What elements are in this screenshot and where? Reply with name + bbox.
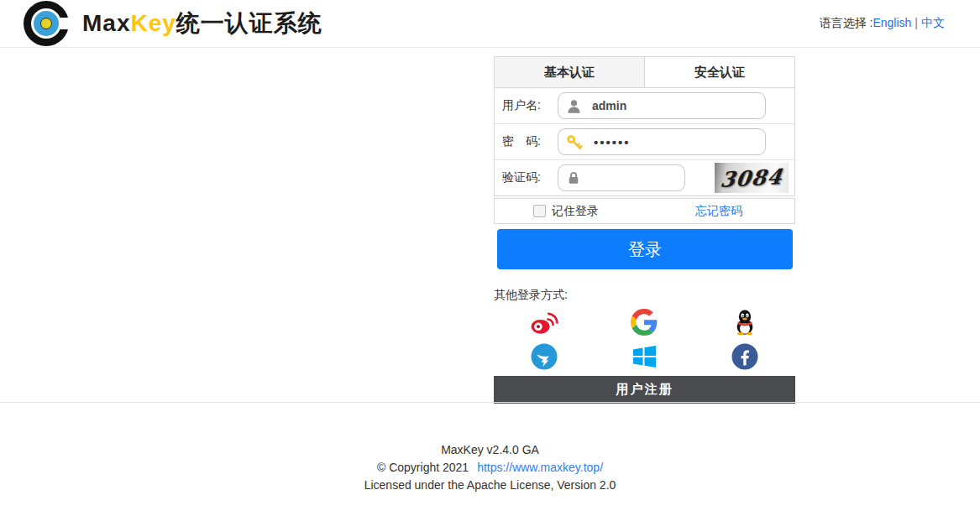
facebook-icon	[731, 343, 758, 370]
page-title: MaxKey统一认证系统	[82, 8, 322, 39]
language-link-chinese[interactable]: 中文	[921, 16, 945, 29]
captcha-input-box	[558, 164, 685, 191]
password-input-box	[558, 128, 766, 155]
user-icon	[566, 98, 582, 114]
social-login-dingtalk[interactable]	[529, 341, 559, 372]
weibo-icon	[530, 310, 558, 335]
auth-tabs: 基本认证 安全认证	[495, 57, 794, 88]
brand-key: Key	[130, 10, 176, 36]
other-methods-label: 其他登录方式:	[494, 288, 795, 303]
language-selector: 语言选择 :English|中文	[820, 16, 945, 31]
app-header: MaxKey统一认证系统 语言选择 :English|中文	[0, 0, 980, 48]
captcha-label: 验证码:	[495, 170, 558, 185]
tab-basic-auth[interactable]: 基本认证	[495, 57, 645, 87]
login-button[interactable]: 登录	[497, 229, 793, 269]
language-label: 语言选择 :	[820, 16, 873, 29]
logo-notch	[60, 18, 74, 29]
brand-max: Max	[82, 10, 130, 36]
logo-yellow-center	[40, 18, 52, 29]
dingtalk-icon	[531, 343, 558, 370]
captcha-text: 3084	[719, 164, 784, 192]
password-row: 密 码:	[495, 124, 794, 160]
footer-license: Licensed under the Apache License, Versi…	[0, 477, 980, 494]
username-input-box	[558, 92, 766, 119]
social-login-google[interactable]	[629, 307, 659, 337]
social-login-microsoft[interactable]	[629, 341, 659, 372]
qq-icon	[732, 309, 757, 336]
footer-version: MaxKey v2.4.0 GA	[0, 441, 980, 459]
social-login-grid	[494, 307, 795, 372]
login-panel: 基本认证 安全认证 用户名: 密 码:	[494, 56, 795, 404]
register-button[interactable]: 用户注册	[494, 376, 795, 404]
page-footer: MaxKey v2.4.0 GA © Copyright 2021https:/…	[0, 402, 980, 494]
username-input[interactable]	[590, 98, 733, 113]
microsoft-icon	[631, 343, 658, 370]
footer-site-link[interactable]: https://www.maxkey.top/	[477, 461, 603, 474]
username-label: 用户名:	[495, 98, 558, 113]
maxkey-logo-icon	[24, 1, 74, 46]
social-login-qq[interactable]	[730, 307, 760, 337]
google-icon	[631, 309, 658, 336]
password-input[interactable]	[592, 134, 735, 150]
footer-copyright: © Copyright 2021	[377, 461, 469, 474]
captcha-row: 验证码: 3084	[495, 160, 794, 195]
captcha-image[interactable]: 3084	[715, 163, 789, 193]
social-login-weibo[interactable]	[529, 307, 559, 337]
auth-form-table: 基本认证 安全认证 用户名: 密 码:	[494, 56, 795, 196]
username-row: 用户名:	[495, 88, 794, 124]
lock-icon	[566, 170, 581, 185]
language-separator: |	[914, 16, 918, 29]
brand-suffix: 统一认证系统	[176, 10, 322, 36]
remember-label: 记住登录	[552, 204, 599, 219]
captcha-input[interactable]	[590, 170, 676, 185]
forgot-password-link[interactable]: 忘记密码	[695, 204, 742, 219]
language-link-english[interactable]: English	[873, 16, 911, 29]
key-icon	[566, 133, 584, 151]
remember-checkbox[interactable]	[533, 205, 546, 217]
footer-copyright-line: © Copyright 2021https://www.maxkey.top/	[0, 459, 980, 477]
password-label: 密 码:	[495, 134, 558, 149]
remember-row: 记住登录 忘记密码	[494, 198, 795, 224]
social-login-facebook[interactable]	[730, 341, 760, 372]
tab-secure-auth[interactable]: 安全认证	[645, 57, 794, 87]
